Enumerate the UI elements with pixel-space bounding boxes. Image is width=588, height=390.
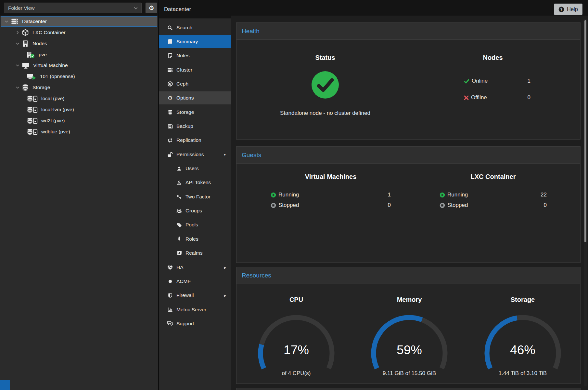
- menu-item-ha[interactable]: HA ▶: [159, 261, 231, 274]
- corner-accent: [0, 380, 10, 390]
- chevron-right-icon[interactable]: [15, 31, 20, 34]
- chevron-down-icon[interactable]: [15, 63, 20, 67]
- menu-item-options[interactable]: ⚙ Options: [159, 91, 231, 104]
- menu-item-storage[interactable]: Storage: [159, 106, 231, 119]
- chevron-down-icon: ▼: [223, 153, 226, 156]
- menu-item-label: Ceph: [176, 81, 188, 87]
- tree-item-storage-wd2t[interactable]: wd2t (pve): [1, 115, 157, 126]
- menu-item-label: Two Factor: [185, 194, 211, 200]
- storage-heading: Storage: [474, 296, 571, 303]
- bar-chart-icon: [167, 307, 173, 312]
- menu-item-acme[interactable]: ACME: [159, 275, 231, 288]
- menu-item-notes[interactable]: Notes: [159, 49, 231, 62]
- cube-icon: [22, 29, 29, 36]
- lxc-running-label: Running: [447, 192, 541, 198]
- tree-item-label: pve: [39, 52, 47, 58]
- resource-tree: Datacenter LXC Container Nodes: [0, 16, 158, 390]
- menu-item-backup[interactable]: Backup: [159, 120, 231, 133]
- nodes-offline-value: 0: [528, 94, 530, 101]
- menu-item-groups[interactable]: Groups: [159, 204, 231, 217]
- burst-icon: [167, 279, 173, 284]
- menu-item-ceph[interactable]: Ceph: [159, 77, 231, 90]
- datacenter-menu: Search Summary Notes Cluster Ceph ⚙ Opti…: [159, 19, 231, 390]
- menu-item-label: Cluster: [176, 67, 192, 73]
- menu-item-label: Firewall: [176, 292, 194, 298]
- lxc-heading: LXC Container: [444, 173, 542, 181]
- view-settings-button[interactable]: ⚙: [146, 3, 157, 13]
- tag-icon: [176, 222, 183, 227]
- menu-item-pools[interactable]: Pools: [159, 218, 231, 231]
- cross-icon: [464, 95, 469, 100]
- view-selector-value: Folder View: [8, 5, 35, 11]
- memory-gauge: 59%: [370, 314, 448, 374]
- menu-item-label: Backup: [176, 123, 193, 129]
- question-circle-icon: ?: [558, 7, 564, 12]
- tree-item-storage-local[interactable]: local (pve): [1, 93, 157, 104]
- database-drive-icon: [27, 95, 38, 102]
- menu-item-summary[interactable]: Summary: [159, 35, 231, 48]
- tree-item-vm-101[interactable]: 101 (opnsense): [1, 71, 157, 82]
- resources-panel: Resources CPU Memory Storage 17%: [236, 267, 581, 384]
- play-circle-icon: [271, 192, 276, 198]
- cpu-gauge: 17%: [257, 314, 335, 374]
- cpu-gauge-detail: of 4 CPU(s): [248, 370, 345, 377]
- menu-item-replication[interactable]: Replication: [159, 134, 231, 147]
- book-icon: [167, 39, 173, 45]
- menu-item-permissions[interactable]: Permissions ▼: [159, 148, 231, 161]
- tree-item-storage[interactable]: Storage: [1, 82, 157, 93]
- proxmox-app: Folder View ⚙ Datacenter ? Help Data: [0, 0, 588, 390]
- stop-circle-icon: [440, 203, 445, 208]
- menu-item-users[interactable]: Users: [159, 162, 231, 175]
- menu-item-firewall[interactable]: Firewall ▶: [159, 289, 231, 302]
- menu-item-realms[interactable]: Realms: [159, 247, 231, 260]
- key-icon: [176, 195, 183, 199]
- menu-item-roles[interactable]: Roles: [159, 233, 231, 246]
- building-check-icon: [27, 51, 35, 58]
- tree-item-datacenter[interactable]: Datacenter: [1, 16, 157, 27]
- vm-stopped-value: 0: [388, 202, 391, 208]
- database-drive-icon: [27, 117, 38, 124]
- tree-item-storage-wdblue[interactable]: wdblue (pve): [1, 127, 157, 137]
- help-button[interactable]: ? Help: [554, 4, 582, 15]
- page-title: Datacenter: [164, 0, 191, 19]
- health-panel-title: Health: [242, 28, 260, 35]
- nodes-heading: Nodes: [444, 54, 542, 61]
- tree-item-lxc-container[interactable]: LXC Container: [1, 27, 157, 38]
- scrollbar-thumb[interactable]: [584, 20, 586, 242]
- chevron-down-icon[interactable]: [15, 86, 20, 89]
- person-icon: [176, 236, 183, 242]
- next-panel-header: [236, 388, 581, 390]
- svg-text:?: ?: [560, 7, 563, 11]
- comments-icon: [167, 321, 173, 326]
- resources-panel-title: Resources: [242, 272, 271, 279]
- menu-item-label: Notes: [176, 53, 190, 59]
- tree-item-label: Virtual Machine: [33, 62, 68, 68]
- chevron-down-icon[interactable]: [4, 20, 9, 23]
- view-selector[interactable]: Folder View: [4, 3, 142, 13]
- chevron-right-icon: ▶: [224, 294, 226, 297]
- tree-item-storage-local-lvm[interactable]: local-lvm (pve): [1, 104, 157, 115]
- tree-item-nodes[interactable]: Nodes: [1, 38, 157, 49]
- chevron-down-icon[interactable]: [15, 42, 20, 46]
- lxc-stopped-row: Stopped 0: [440, 202, 547, 208]
- stop-circle-icon: [271, 203, 276, 208]
- memory-gauge-detail: 9.11 GiB of 15.50 GiB: [361, 370, 458, 377]
- address-book-icon: [176, 250, 183, 256]
- menu-item-cluster[interactable]: Cluster: [159, 63, 231, 76]
- menu-item-api-tokens[interactable]: API Tokens: [159, 176, 231, 189]
- tree-item-label: 101 (opnsense): [40, 74, 75, 79]
- tree-item-pve[interactable]: pve: [1, 49, 157, 60]
- tree-item-label: local (pve): [41, 96, 65, 101]
- nodes-online-label: Online: [472, 78, 528, 84]
- guests-panel: Guests Virtual Machines Running 1 Stoppe…: [236, 146, 581, 263]
- menu-item-metric-server[interactable]: Metric Server: [159, 303, 231, 316]
- server-icon: [11, 18, 19, 25]
- menu-item-search[interactable]: Search: [159, 21, 231, 34]
- menu-item-label: Pools: [185, 222, 198, 228]
- tree-item-virtual-machine[interactable]: Virtual Machine: [1, 60, 157, 71]
- menu-item-two-factor[interactable]: Two Factor: [159, 190, 231, 203]
- menu-item-support[interactable]: Support: [159, 317, 231, 330]
- menu-item-label: Roles: [185, 236, 198, 242]
- health-panel: Health Status Standalone node - no clust…: [236, 22, 581, 140]
- tree-item-label: Datacenter: [22, 19, 47, 24]
